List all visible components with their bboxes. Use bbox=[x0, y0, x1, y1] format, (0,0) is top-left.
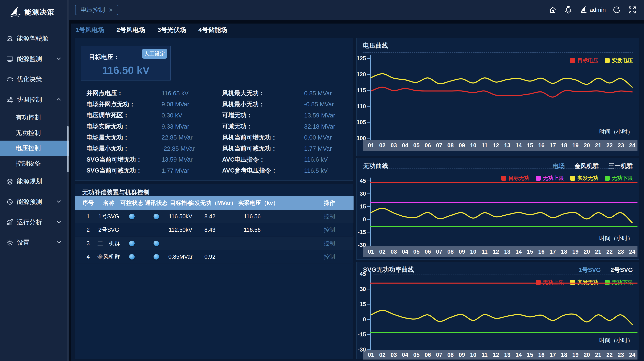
svg-text:115: 115 bbox=[357, 87, 366, 93]
comm-status-dot bbox=[154, 250, 159, 264]
svg-text:45: 45 bbox=[360, 178, 366, 184]
refresh-icon[interactable] bbox=[612, 5, 621, 14]
svg-text:13: 13 bbox=[504, 249, 510, 255]
cell-name: 2号SVG bbox=[98, 223, 119, 237]
field-label: 电场最小无功： bbox=[86, 144, 162, 153]
row-control-button[interactable]: 控制 bbox=[324, 226, 335, 234]
svg-text:08: 08 bbox=[447, 249, 454, 255]
chevron-down-icon bbox=[56, 199, 62, 205]
svg-text:120: 120 bbox=[357, 71, 366, 77]
table-header-row: 序号名称可控状态通讯状态目标指令实发无功（MVar）实采电压（kv）操作 bbox=[75, 196, 354, 210]
field-value: 116.65 kV bbox=[162, 90, 188, 97]
sidebar-item-active-power[interactable]: 有功控制 bbox=[0, 110, 69, 125]
svg-text:05: 05 bbox=[413, 142, 420, 149]
bell-icon[interactable] bbox=[564, 5, 573, 14]
field-value: 13.59 MVar bbox=[304, 112, 335, 119]
cloud-icon bbox=[6, 75, 15, 83]
cell-target: 116.50kV bbox=[169, 210, 192, 223]
data-field: 风机最小无功：-0.85 MVar bbox=[222, 99, 350, 110]
sidebar-item-label: 协调控制 bbox=[17, 95, 42, 104]
cell-action: 控制 bbox=[324, 223, 335, 237]
sidebar-scrollbar-track[interactable] bbox=[67, 0, 68, 361]
svg-text:22: 22 bbox=[606, 142, 613, 149]
svg-text:08: 08 bbox=[447, 142, 454, 149]
sidebar-item-label: 无功控制 bbox=[16, 129, 41, 137]
svg-text:17: 17 bbox=[550, 249, 556, 255]
svg-text:07: 07 bbox=[436, 142, 442, 149]
svg-text:24: 24 bbox=[629, 249, 636, 255]
controllable-status-dot bbox=[129, 250, 134, 264]
manual-set-button[interactable]: 人工设定 bbox=[142, 49, 167, 59]
farm-tab-2[interactable]: 2号风电场 bbox=[116, 26, 145, 34]
svg-text:14: 14 bbox=[516, 352, 522, 358]
fullscreen-icon[interactable] bbox=[628, 5, 637, 14]
app-title: 能源决策 bbox=[24, 7, 55, 17]
field-value: 1.77 MVar bbox=[304, 145, 332, 152]
analysis-icon bbox=[6, 218, 15, 226]
chevron-down-icon bbox=[56, 56, 62, 62]
sidebar-item-reactive-power[interactable]: 无功控制 bbox=[0, 125, 69, 141]
sidebar-item-dashboard[interactable]: 能源驾驶舱 bbox=[0, 28, 69, 49]
farm-tab-1[interactable]: 1号风电场 bbox=[76, 26, 104, 34]
svg-text:11: 11 bbox=[482, 352, 488, 358]
svg-text:04: 04 bbox=[402, 249, 408, 255]
open-page-tab[interactable]: 电压控制 × bbox=[75, 5, 118, 15]
svg-text:16: 16 bbox=[538, 249, 544, 255]
svg-text:21: 21 bbox=[595, 142, 601, 149]
sidebar-item-control-device[interactable]: 控制设备 bbox=[0, 156, 69, 171]
svg-text:15: 15 bbox=[527, 352, 533, 358]
svg-text:16: 16 bbox=[538, 352, 544, 358]
svg-text:03: 03 bbox=[390, 142, 397, 149]
cell-name: 金风机群 bbox=[98, 250, 120, 264]
chart-plot: 4530150-15-30010203040506070809101112131… bbox=[357, 158, 639, 260]
row-control-button[interactable]: 控制 bbox=[324, 213, 335, 220]
svg-text:11: 11 bbox=[482, 142, 488, 149]
controllable-status-dot bbox=[129, 210, 134, 223]
app-root: 能源决策 能源驾驶舱能源监测优化决策协调控制有功控制无功控制电压控制控制设备能源… bbox=[0, 0, 644, 361]
field-value: -0.85 MVar bbox=[304, 101, 334, 108]
app-logo: 能源决策 bbox=[0, 0, 69, 24]
sidebar-item-analysis[interactable]: 运行分析 bbox=[0, 212, 69, 232]
close-icon[interactable]: × bbox=[109, 6, 113, 14]
reactive-curve-panel: 无功曲线电场金风机群三一机群目标无功无功上限实发无功无功下限4530150-15… bbox=[356, 158, 639, 260]
cell-seq: 4 bbox=[86, 250, 90, 264]
sidebar-scrollbar-thumb[interactable] bbox=[67, 126, 68, 172]
row-control-button[interactable]: 控制 bbox=[324, 240, 335, 247]
svg-text:105: 105 bbox=[357, 119, 366, 125]
svg-text:21: 21 bbox=[595, 352, 601, 358]
chart-plot: 4530150-15-30010203040506070809101112131… bbox=[357, 262, 639, 360]
table-title: 无功补偿装置与机群控制 bbox=[82, 188, 149, 197]
sidebar-item-optimize[interactable]: 优化决策 bbox=[0, 69, 69, 89]
cell-name: 三一机群 bbox=[98, 237, 120, 250]
svg-text:10: 10 bbox=[470, 142, 476, 149]
field-label: AVC参考电压指令： bbox=[222, 166, 304, 175]
sidebar-item-voltage-control[interactable]: 电压控制 bbox=[0, 141, 69, 156]
layers-icon bbox=[6, 178, 15, 186]
sidebar-item-monitor[interactable]: 能源监测 bbox=[0, 49, 69, 69]
home-icon[interactable] bbox=[548, 5, 557, 14]
svg-text:07: 07 bbox=[436, 352, 442, 358]
svg-text:05: 05 bbox=[413, 249, 420, 255]
svg-text:01: 01 bbox=[368, 352, 374, 358]
table-header-cell: 实采电压（kv） bbox=[238, 196, 279, 210]
svg-text:15: 15 bbox=[360, 301, 366, 308]
user-menu[interactable]: admin bbox=[579, 5, 606, 14]
svg-text:12: 12 bbox=[493, 249, 499, 255]
farm-tab-4[interactable]: 4号储能场 bbox=[198, 26, 227, 34]
svg-text:18: 18 bbox=[561, 249, 567, 255]
cell-actual-q: 8.42 bbox=[204, 210, 216, 223]
row-control-button[interactable]: 控制 bbox=[324, 253, 335, 261]
sidebar-item-planning[interactable]: 能源规划 bbox=[0, 171, 69, 192]
field-label: 电场并网点无功： bbox=[86, 100, 162, 109]
sidebar-item-forecast[interactable]: 能源预测 bbox=[0, 192, 69, 212]
svg-text:17: 17 bbox=[550, 142, 556, 149]
sidebar-item-settings[interactable]: 设置 bbox=[0, 232, 69, 253]
svg-text:20: 20 bbox=[584, 249, 590, 255]
svg-text:14: 14 bbox=[516, 142, 522, 149]
sidebar-item-coordinate[interactable]: 协调控制 bbox=[0, 89, 69, 110]
farm-tab-3[interactable]: 3号光伏场 bbox=[157, 26, 186, 34]
username: admin bbox=[590, 6, 606, 13]
field-value: 0.85 MVar bbox=[304, 90, 332, 97]
svg-text:19: 19 bbox=[572, 352, 578, 358]
cell-target: 112.50kV bbox=[169, 223, 192, 237]
